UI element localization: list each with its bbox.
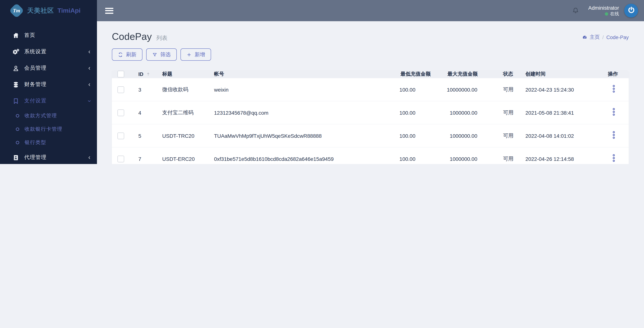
chevron-left-icon <box>87 66 91 70</box>
table-row: 5USDT-TRC20TUAaMwVhMp9fTxjUhW5qeSKeSdcwR… <box>112 124 629 147</box>
page-head: CodePay 列表 主页 / Code-Pay <box>112 31 629 42</box>
cell-min-amount: 100.00 <box>394 78 438 101</box>
data-table: ID标题帐号最低充值金额最大充值金额状态创建时间操作 3微信收款码weixin1… <box>112 70 629 164</box>
cell-id: 4 <box>130 101 155 124</box>
cell-title: USDT-ERC20 <box>155 147 207 164</box>
chevron-left-icon <box>87 50 91 54</box>
database-icon <box>12 81 20 88</box>
cell-min-amount: 100.00 <box>394 101 438 124</box>
sidebar-nav: 首页系统设置会员管理财务管理支付设置收款方式管理收款银行卡管理银行类型代理管理活… <box>0 21 97 164</box>
cell-max-amount: 1000000.00 <box>438 147 502 164</box>
cell-created-at: 2022-04-23 15:24:30 <box>524 78 608 101</box>
sidebar-item-finance-management[interactable]: 财务管理 <box>0 76 97 93</box>
sidebar: Tm 天美社区 TimiApi 首页系统设置会员管理财务管理支付设置收款方式管理… <box>0 0 97 164</box>
row-checkbox-cell <box>112 78 130 101</box>
cell-id: 3 <box>130 78 155 101</box>
refresh-button[interactable]: 刷新 <box>112 48 142 61</box>
sidebar-subitem-payment-method-management[interactable]: 收款方式管理 <box>0 109 97 123</box>
sidebar-toggle-button[interactable] <box>105 8 113 13</box>
cell-account: weixin <box>207 78 394 101</box>
notifications-bell-icon[interactable] <box>572 7 579 14</box>
chevron-left-icon <box>87 82 91 87</box>
power-icon <box>627 6 635 15</box>
bookmark-icon <box>12 97 20 104</box>
online-status-label: 在线 <box>610 11 619 16</box>
table-body: 3微信收款码weixin100.0010000000.00可用2022-04-2… <box>112 78 629 164</box>
cell-max-amount: 1000000.00 <box>438 124 502 147</box>
dashboard-icon <box>582 35 587 40</box>
cell-created-at: 2022-04-08 14:01:02 <box>524 124 608 147</box>
chevron-down-icon <box>87 99 91 103</box>
breadcrumb-home-link[interactable]: 主页 <box>582 34 600 41</box>
sidebar-item-label: 首页 <box>24 32 36 39</box>
column-header: ID <box>130 70 155 78</box>
dot-circle-icon <box>15 127 20 132</box>
user-avatar[interactable] <box>624 4 638 17</box>
table-row: 3微信收款码weixin100.0010000000.00可用2022-04-2… <box>112 78 629 101</box>
row-actions-button[interactable] <box>611 84 617 94</box>
sidebar-subitem-receiving-bank-card-management[interactable]: 收款银行卡管理 <box>0 123 97 136</box>
cell-status: 可用 <box>502 78 524 101</box>
dot-circle-icon <box>15 113 20 118</box>
sidebar-item-agent-management[interactable]: 代理管理 <box>0 149 97 164</box>
cell-max-amount: 10000000.00 <box>438 78 502 101</box>
sidebar-item-member-management[interactable]: 会员管理 <box>0 60 97 76</box>
sidebar-subitem-bank-type[interactable]: 银行类型 <box>0 136 97 149</box>
sidebar-item-system-settings[interactable]: 系统设置 <box>0 44 97 60</box>
sidebar-item-home[interactable]: 首页 <box>0 27 97 44</box>
row-actions-button[interactable] <box>611 107 617 117</box>
sidebar-item-label: 支付设置 <box>24 98 46 104</box>
cell-id: 7 <box>130 147 155 164</box>
row-checkbox[interactable] <box>118 86 124 93</box>
sidebar-item-payment-settings[interactable]: 支付设置 <box>0 93 97 109</box>
sidebar-item-label: 代理管理 <box>24 154 46 161</box>
row-actions-cell <box>608 101 629 124</box>
app-logo[interactable]: Tm 天美社区 TimiApi <box>0 0 97 21</box>
sidebar-subitem-label: 收款方式管理 <box>24 112 57 119</box>
user-icon <box>12 65 20 72</box>
cell-status: 可用 <box>502 124 524 147</box>
column-header: 创建时间 <box>524 70 608 78</box>
row-checkbox-cell <box>112 101 130 124</box>
row-actions-button[interactable] <box>611 153 617 163</box>
logo-community-text: 天美社区 <box>27 6 54 15</box>
filter-button[interactable]: 筛选 <box>146 48 177 61</box>
breadcrumb-separator: / <box>602 34 604 40</box>
row-checkbox-cell <box>112 147 130 164</box>
logo-app-text: TimiApi <box>58 7 80 14</box>
sidebar-item-label: 财务管理 <box>24 81 46 88</box>
breadcrumb: 主页 / Code-Pay <box>582 34 629 41</box>
breadcrumb-current[interactable]: Code-Pay <box>606 34 629 40</box>
row-checkbox[interactable] <box>118 156 124 162</box>
row-checkbox[interactable] <box>118 132 124 139</box>
data-table-card: ID标题帐号最低充值金额最大充值金额状态创建时间操作 3微信收款码weixin1… <box>112 70 629 164</box>
cell-account: 12312345678@qq.com <box>207 101 394 124</box>
cell-min-amount: 100.00 <box>394 147 438 164</box>
sidebar-subitem-label: 收款银行卡管理 <box>24 126 62 133</box>
cell-title: USDT-TRC20 <box>155 124 207 147</box>
cell-created-at: 2022-04-26 12:14:58 <box>524 147 608 164</box>
row-checkbox[interactable] <box>118 109 124 116</box>
row-checkbox-cell <box>112 124 130 147</box>
column-header: 最大充值金额 <box>438 70 502 78</box>
create-button[interactable]: 新增 <box>180 48 211 61</box>
user-menu[interactable]: Administrator 在线 <box>588 5 619 16</box>
sidebar-subitem-label: 银行类型 <box>24 139 46 146</box>
page-subtitle: 列表 <box>156 35 168 42</box>
sort-arrow-up-icon[interactable] <box>146 72 150 76</box>
row-actions-cell <box>608 147 629 164</box>
row-actions-button[interactable] <box>611 130 617 140</box>
sidebar-item-label: 系统设置 <box>24 48 46 55</box>
cell-status: 可用 <box>502 147 524 164</box>
address-book-icon <box>12 154 20 161</box>
column-header: 状态 <box>502 70 524 78</box>
column-header: 最低充值金额 <box>394 70 438 78</box>
sidebar-item-label: 会员管理 <box>24 65 46 71</box>
cell-title: 微信收款码 <box>155 78 207 101</box>
select-all-checkbox[interactable] <box>118 71 124 77</box>
table-header-row: ID标题帐号最低充值金额最大充值金额状态创建时间操作 <box>112 70 629 78</box>
logo-badge-icon: Tm <box>9 3 24 18</box>
cell-title: 支付宝二维码 <box>155 101 207 124</box>
cogs-icon <box>12 48 20 55</box>
topbar-right: Administrator 在线 <box>572 4 638 17</box>
